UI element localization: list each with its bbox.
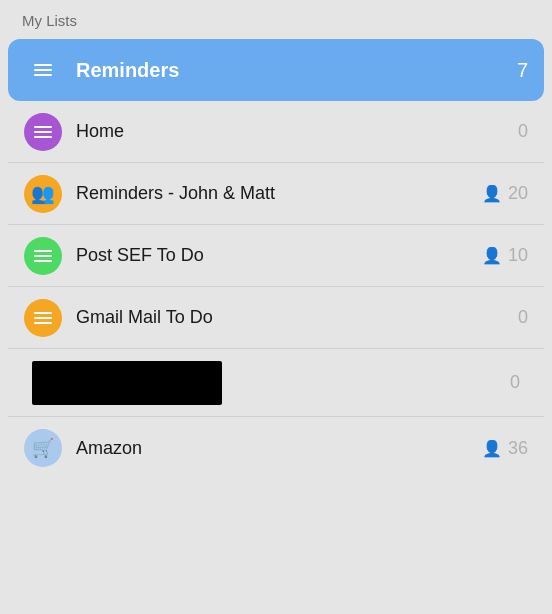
list-count-post-sef: 10 — [508, 245, 528, 266]
list-name-amazon: Amazon — [76, 438, 482, 459]
list-item-gmail[interactable]: Gmail Mail To Do 0 — [8, 287, 544, 349]
icon-circle-post-sef — [24, 237, 62, 275]
count-wrapper-gmail: 0 — [508, 307, 528, 328]
list-name-gmail: Gmail Mail To Do — [76, 307, 508, 328]
list-count-home: 0 — [508, 121, 528, 142]
count-wrapper-reminders: 7 — [508, 59, 528, 82]
shared-icon-amazon: 👤 — [482, 439, 502, 458]
icon-circle-home — [24, 113, 62, 151]
list-count-gmail: 0 — [508, 307, 528, 328]
list-name-post-sef: Post SEF To Do — [76, 245, 482, 266]
list-count-reminders: 7 — [508, 59, 528, 82]
redacted-block — [32, 361, 222, 405]
list-item-amazon[interactable]: 🛒 Amazon 👤 36 — [8, 417, 544, 479]
section-title: My Lists — [0, 8, 552, 39]
app-container: My Lists Reminders 7 Home 0 👥 Reminders … — [0, 0, 552, 614]
list-name-john-matt: Reminders - John & Matt — [76, 183, 482, 204]
list-count-john-matt: 20 — [508, 183, 528, 204]
icon-circle-reminders — [24, 51, 62, 89]
list-count-amazon: 36 — [508, 438, 528, 459]
list-item-john-matt[interactable]: 👥 Reminders - John & Matt 👤 20 — [8, 163, 544, 225]
icon-circle-gmail — [24, 299, 62, 337]
list-name-reminders: Reminders — [76, 59, 508, 82]
shared-icon-post-sef: 👤 — [482, 246, 502, 265]
list-count-redacted: 0 — [500, 372, 520, 393]
icon-circle-amazon: 🛒 — [24, 429, 62, 467]
lines-icon-post-sef — [34, 250, 52, 262]
count-wrapper-john-matt: 👤 20 — [482, 183, 528, 204]
lines-icon — [34, 64, 52, 76]
count-wrapper-amazon: 👤 36 — [482, 438, 528, 459]
icon-circle-john-matt: 👥 — [24, 175, 62, 213]
list-item-post-sef[interactable]: Post SEF To Do 👤 10 — [8, 225, 544, 287]
count-wrapper-post-sef: 👤 10 — [482, 245, 528, 266]
count-wrapper-home: 0 — [508, 121, 528, 142]
list-item-redacted[interactable]: 0 — [8, 349, 544, 417]
people-icon: 👥 — [31, 182, 55, 205]
lines-icon-gmail — [34, 312, 52, 324]
lines-icon-home — [34, 126, 52, 138]
cart-icon: 🛒 — [32, 437, 54, 459]
list-name-home: Home — [76, 121, 508, 142]
list-item-home[interactable]: Home 0 — [8, 101, 544, 163]
shared-icon-john-matt: 👤 — [482, 184, 502, 203]
list-item-reminders[interactable]: Reminders 7 — [8, 39, 544, 101]
count-wrapper-redacted: 0 — [500, 372, 520, 393]
